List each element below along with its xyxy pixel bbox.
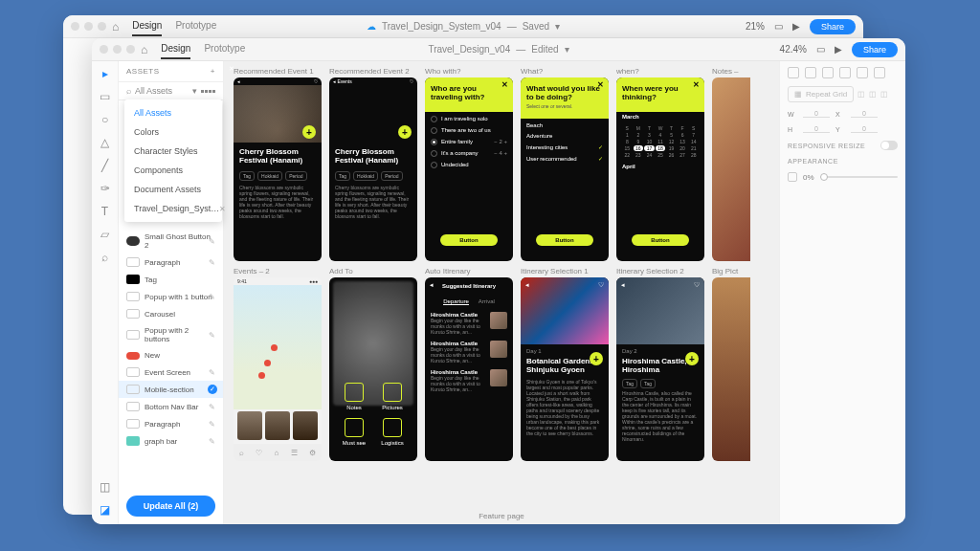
tab-design[interactable]: Design: [161, 39, 190, 59]
pen-tool-icon[interactable]: ✑: [99, 182, 112, 195]
tab-prototype[interactable]: Prototype: [175, 16, 216, 36]
edit-icon[interactable]: ✎: [209, 293, 215, 301]
asset-item[interactable]: Popup with 2 buttons✎: [119, 322, 223, 347]
asset-item-selected[interactable]: Mobile-section✓: [119, 381, 223, 398]
align-controls[interactable]: [788, 67, 898, 78]
artboard-who[interactable]: Who are you traveling with?✕ I am travel…: [425, 77, 513, 261]
edit-icon[interactable]: ✎: [209, 437, 215, 446]
tab-design[interactable]: Design: [132, 16, 162, 36]
artboard-event2[interactable]: ◂ Events♡ + Cherry Blossom Festival (Han…: [329, 77, 417, 261]
artboard-label[interactable]: Notes –: [712, 67, 750, 76]
artboard-label[interactable]: Who with?: [425, 67, 513, 76]
mobile-icon[interactable]: ▭: [774, 21, 783, 32]
bottom-nav[interactable]: ⌕♡⌂☰⚙: [234, 444, 322, 461]
edit-icon[interactable]: ✎: [209, 331, 215, 340]
close-icon[interactable]: ✕: [501, 81, 508, 90]
rectangle-tool-icon[interactable]: ▭: [99, 90, 112, 103]
edit-icon[interactable]: ✎: [209, 403, 215, 411]
chevron-down-icon[interactable]: ▾: [565, 44, 569, 55]
artboard-addto[interactable]: Notes Pictures Must see Logistics: [329, 277, 417, 461]
action-button[interactable]: Button: [440, 234, 498, 246]
home-icon[interactable]: ⌂: [141, 43, 147, 56]
logistics-icon[interactable]: [383, 418, 402, 437]
polygon-tool-icon[interactable]: △: [99, 136, 112, 149]
opacity-slider[interactable]: [820, 176, 898, 178]
flyout-doc-assets[interactable]: Document Assets: [124, 180, 222, 199]
close-icon[interactable]: ✕: [219, 205, 226, 213]
asset-item[interactable]: Paragraph✎: [119, 415, 223, 432]
asset-item[interactable]: Popup with 1 button✎: [119, 288, 223, 305]
notes-icon[interactable]: [345, 383, 364, 402]
update-all-button[interactable]: Update All (2): [126, 496, 215, 517]
asset-item[interactable]: graph bar✎: [119, 432, 223, 450]
artboard-label[interactable]: Events – 2: [234, 267, 322, 276]
fab-add-icon[interactable]: +: [302, 125, 316, 139]
artboard-map[interactable]: 9:41●●● ⌕♡⌂☰⚙: [234, 277, 322, 461]
artboard-itinerary[interactable]: ◂ Suggested Itinerary DepartureArrival H…: [425, 277, 513, 461]
play-icon[interactable]: ▶: [835, 44, 842, 55]
design-canvas[interactable]: Recommended Event 1 ◂♡ + Cherry Blossom …: [224, 61, 779, 524]
boolean-op-icon[interactable]: ◫: [880, 90, 888, 99]
asset-item[interactable]: Paragraph✎: [119, 253, 223, 271]
artboard-partial[interactable]: [712, 77, 750, 261]
artboard-label[interactable]: Auto Itirenary: [425, 267, 513, 276]
artboard-label[interactable]: Add To: [329, 267, 417, 276]
asset-item[interactable]: Event Screen✎: [119, 364, 223, 381]
asset-item[interactable]: New: [119, 347, 223, 364]
flyout-all-assets[interactable]: All Assets: [124, 103, 222, 122]
edit-icon[interactable]: ✎: [209, 237, 215, 246]
artboard-sel1[interactable]: ◂ ♡ + Day 1 Botanical Gardens, Shinjuku …: [521, 277, 609, 461]
flyout-linked-doc[interactable]: Travel_Design_Syst…✕: [124, 199, 222, 218]
artboard-label-bottom[interactable]: Feature page: [479, 512, 524, 520]
boolean-op-icon[interactable]: ◫: [869, 90, 877, 99]
play-icon[interactable]: ▶: [792, 21, 800, 32]
fab-add-icon[interactable]: +: [685, 352, 699, 365]
zoom-back[interactable]: 21%: [746, 21, 765, 32]
back-icon[interactable]: ◂: [430, 281, 434, 289]
assets-icon[interactable]: ◪: [99, 503, 112, 517]
close-icon[interactable]: ✕: [597, 81, 604, 90]
artboard-when[interactable]: When were you thinking?✕ March SMTWTFS 1…: [616, 77, 704, 261]
share-button-front[interactable]: Share: [852, 42, 898, 57]
mobile-icon[interactable]: ▭: [816, 44, 825, 55]
zoom-front[interactable]: 42.4%: [780, 44, 807, 55]
ellipse-tool-icon[interactable]: ○: [99, 113, 112, 126]
artboard-sel2[interactable]: ◂ ♡ + Day 2 Hiroshima Castle, Hiroshima …: [616, 277, 704, 461]
line-tool-icon[interactable]: ╱: [99, 159, 112, 172]
artboard-label[interactable]: Recommended Event 2: [329, 67, 417, 76]
artboard-label[interactable]: Itinerary Selection 2: [616, 267, 704, 276]
artboard-label[interactable]: Itinerary Selection 1: [521, 267, 609, 276]
edit-icon[interactable]: ✎: [209, 368, 215, 377]
artboard-tool-icon[interactable]: ▱: [99, 228, 112, 241]
artboard-label[interactable]: when?: [616, 67, 704, 76]
action-button[interactable]: Button: [536, 234, 593, 246]
resize-toggle[interactable]: [880, 141, 898, 150]
add-asset-icon[interactable]: +: [211, 67, 215, 76]
chevron-down-icon[interactable]: ▾: [555, 21, 560, 32]
artboard-event1[interactable]: ◂♡ + Cherry Blossom Festival (Hanami) Ta…: [234, 77, 322, 261]
heart-icon[interactable]: ♡: [598, 281, 604, 289]
layers-icon[interactable]: ◫: [99, 480, 112, 494]
search-icon[interactable]: ⌕: [126, 86, 131, 96]
artboard-label[interactable]: What?: [521, 67, 609, 76]
close-icon[interactable]: ✕: [693, 81, 700, 90]
filter-label[interactable]: All Assets: [135, 86, 189, 96]
fab-add-icon[interactable]: +: [590, 352, 603, 365]
select-tool-icon[interactable]: ▸: [99, 67, 112, 80]
home-icon[interactable]: ⌂: [112, 20, 119, 33]
flyout-components[interactable]: Components: [124, 161, 222, 180]
flyout-char-styles[interactable]: Character Styles: [124, 142, 222, 161]
tab-prototype[interactable]: Prototype: [204, 39, 245, 59]
artboard-label[interactable]: Recommended Event 1: [234, 67, 322, 76]
back-icon[interactable]: ◂: [525, 281, 529, 289]
asset-item[interactable]: Small Ghost Button 2✎: [119, 229, 223, 253]
text-tool-icon[interactable]: T: [99, 205, 112, 218]
repeat-grid-button[interactable]: ▦Repeat Grid: [788, 86, 854, 102]
action-button[interactable]: Button: [632, 234, 689, 246]
share-button-back[interactable]: Share: [810, 19, 856, 34]
artboard-label[interactable]: Big Pict: [712, 267, 750, 276]
heart-icon[interactable]: ♡: [694, 281, 700, 289]
close-icon[interactable]: ✕: [229, 65, 234, 73]
asset-item[interactable]: Tag: [119, 271, 223, 288]
zoom-tool-icon[interactable]: ⌕: [99, 251, 112, 264]
